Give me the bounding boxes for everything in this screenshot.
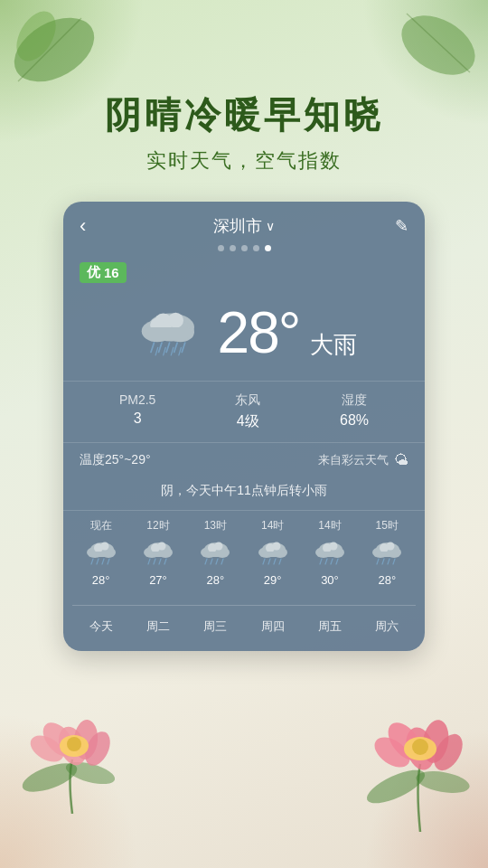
- hourly-label-2: 13时: [191, 518, 239, 533]
- temperature-display: 28° 大雨: [218, 299, 358, 366]
- dot-4: [253, 245, 259, 251]
- back-button[interactable]: ‹: [80, 214, 105, 238]
- daily-2: 周三: [191, 618, 239, 635]
- hourly-temp-3: 29°: [249, 573, 297, 587]
- hourly-label-4: 14时: [305, 518, 354, 533]
- svg-line-46: [97, 559, 99, 564]
- source-label: 来自彩云天气: [318, 452, 389, 468]
- hourly-temperature-row: 28° 27° 28° 29° 30° 28°: [72, 573, 416, 587]
- hourly-icon-0: [77, 541, 126, 566]
- temperature-value: 28°: [218, 299, 300, 366]
- hourly-icon-5: [362, 541, 411, 566]
- svg-point-53: [157, 542, 165, 551]
- edit-button[interactable]: ✎: [383, 216, 408, 236]
- stat-pm25-label: PM2.5: [119, 392, 155, 407]
- dot-5-active: [265, 245, 271, 251]
- svg-line-47: [102, 559, 104, 564]
- hourly-temp-0: 28°: [77, 573, 126, 587]
- hourly-label-5: 15时: [362, 518, 411, 533]
- svg-line-95: [377, 559, 379, 564]
- svg-line-76: [268, 559, 270, 564]
- subheadline: 实时天气，空气指数: [146, 147, 342, 175]
- hourly-temp-5: 28°: [362, 573, 411, 587]
- svg-line-32: [166, 343, 169, 352]
- svg-line-36: [163, 347, 165, 355]
- svg-rect-74: [260, 552, 286, 557]
- svg-rect-94: [374, 552, 399, 557]
- hourly-icon-3: [249, 541, 297, 566]
- svg-line-67: [216, 559, 218, 564]
- svg-line-75: [263, 559, 265, 564]
- hourly-icon-4: [305, 541, 354, 566]
- daily-4: 周五: [305, 618, 354, 635]
- hourly-icon-1: [134, 541, 183, 566]
- daily-forecast: 今天 周二 周三 周四 周五 周六: [63, 613, 425, 637]
- svg-line-65: [205, 559, 207, 564]
- hourly-temp-4: 30°: [305, 573, 354, 587]
- dot-2: [230, 245, 236, 251]
- daily-1: 周二: [134, 618, 183, 635]
- temp-range: 温度25°~29°: [80, 452, 151, 468]
- svg-line-68: [221, 559, 223, 564]
- dot-1: [218, 245, 224, 251]
- svg-rect-44: [89, 552, 114, 557]
- svg-point-43: [100, 542, 108, 551]
- svg-point-63: [215, 542, 223, 551]
- svg-rect-29: [143, 327, 191, 338]
- aqi-value: 16: [104, 265, 119, 280]
- page-dots: [63, 245, 425, 251]
- svg-line-96: [382, 559, 384, 564]
- city-selector[interactable]: 深圳市 ∨: [213, 215, 275, 237]
- svg-point-93: [387, 542, 395, 551]
- svg-line-37: [171, 347, 174, 355]
- hourly-icon-2: [191, 541, 239, 566]
- daily-0: 今天: [77, 618, 126, 635]
- hourly-label-1: 12时: [134, 518, 183, 533]
- city-dropdown-arrow: ∨: [266, 219, 275, 233]
- svg-line-57: [159, 559, 161, 564]
- hourly-forecast: 现在 12时 13时 14时 14时 15时: [63, 510, 425, 598]
- svg-line-78: [279, 559, 281, 564]
- svg-point-27: [167, 313, 183, 328]
- stat-pm25-value: 3: [119, 410, 155, 427]
- hourly-time-labels: 现在 12时 13时 14时 14时 15时: [72, 518, 416, 533]
- svg-line-35: [155, 347, 158, 355]
- svg-line-58: [164, 559, 166, 564]
- card-header: ‹ 深圳市 ∨ ✎: [63, 202, 425, 245]
- source-icon: 🌤: [394, 452, 408, 468]
- stat-wind: 东风 4级: [235, 392, 260, 431]
- svg-line-30: [151, 343, 154, 352]
- stat-humidity-value: 68%: [340, 412, 369, 429]
- svg-line-88: [336, 559, 338, 564]
- hourly-weather-icons: [72, 541, 416, 566]
- city-label: 深圳市: [213, 215, 262, 237]
- svg-line-45: [91, 559, 93, 564]
- aqi-badge: 优 16: [80, 262, 127, 283]
- source-attribution: 来自彩云天气 🌤: [318, 452, 408, 468]
- stat-humidity-label: 湿度: [340, 392, 369, 409]
- daily-5: 周六: [362, 618, 411, 635]
- stat-wind-value: 4级: [235, 412, 260, 431]
- svg-rect-64: [202, 552, 228, 557]
- svg-point-83: [329, 542, 337, 551]
- svg-rect-84: [317, 552, 343, 557]
- svg-line-33: [174, 343, 176, 352]
- hourly-label-0: 现在: [77, 518, 126, 533]
- svg-line-38: [178, 347, 181, 355]
- divider: [72, 605, 416, 606]
- weather-stats: PM2.5 3 东风 4级 湿度 68%: [63, 381, 425, 443]
- daily-3: 周四: [249, 618, 297, 635]
- svg-line-86: [325, 559, 327, 564]
- svg-point-73: [272, 542, 280, 551]
- svg-line-56: [154, 559, 155, 564]
- svg-line-77: [274, 559, 276, 564]
- stat-pm25: PM2.5 3: [119, 392, 155, 431]
- weather-icon: [131, 306, 203, 360]
- svg-line-31: [158, 343, 161, 352]
- stat-humidity: 湿度 68%: [340, 392, 369, 431]
- svg-line-66: [211, 559, 212, 564]
- dot-3: [241, 245, 248, 251]
- svg-line-55: [148, 559, 150, 564]
- aqi-label: 优: [87, 264, 100, 281]
- svg-line-97: [388, 559, 389, 564]
